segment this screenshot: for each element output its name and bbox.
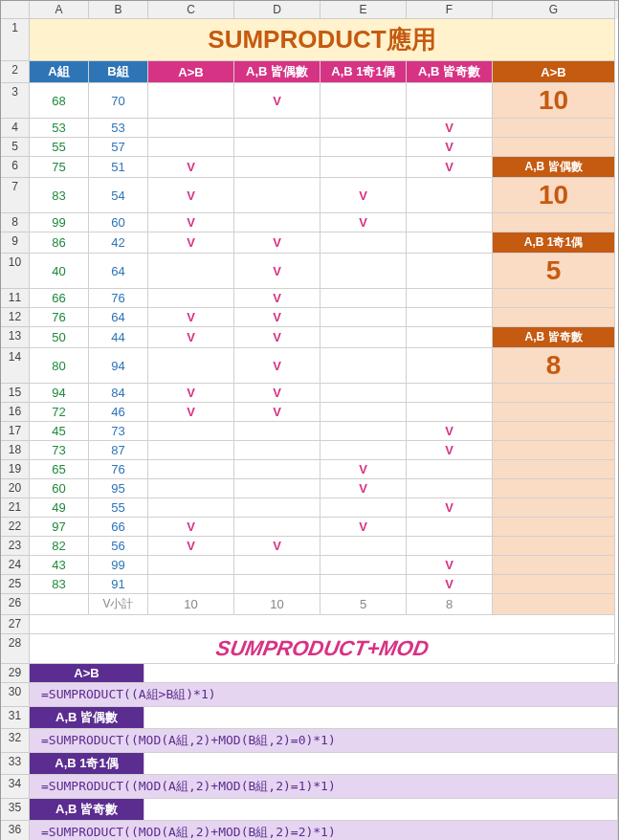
hdr-a[interactable]: A組 xyxy=(30,61,89,83)
cell-27[interactable] xyxy=(30,615,615,634)
rowlabel-11[interactable]: 11 xyxy=(1,289,30,308)
cell-G26[interactable] xyxy=(493,594,615,615)
subtotal-d[interactable]: 10 xyxy=(234,594,321,615)
cell-E14[interactable] xyxy=(321,348,407,384)
col-E[interactable]: E xyxy=(321,1,407,19)
cell-A25[interactable]: 83 xyxy=(30,575,89,594)
rowlabel-26[interactable]: 26 xyxy=(1,594,30,615)
cell-B9[interactable]: 42 xyxy=(89,232,148,254)
cell-A17[interactable]: 45 xyxy=(30,422,89,441)
cell-B5[interactable]: 57 xyxy=(89,138,148,157)
cell-B25[interactable]: 91 xyxy=(89,575,148,594)
cell-F17[interactable]: V xyxy=(407,422,493,441)
cell-E12[interactable] xyxy=(321,308,407,327)
hdr-g[interactable]: A>B xyxy=(493,61,615,83)
cell-G15[interactable] xyxy=(493,384,615,403)
cell-G22[interactable] xyxy=(493,518,615,537)
cell-E17[interactable] xyxy=(321,422,407,441)
cell-E13[interactable] xyxy=(321,327,407,348)
subtotal-label[interactable]: V小計 xyxy=(89,594,148,615)
cell-D20[interactable] xyxy=(234,479,321,498)
rowlabel-27[interactable]: 27 xyxy=(1,615,30,634)
rowlabel-32[interactable]: 32 xyxy=(1,729,30,753)
cell-D19[interactable] xyxy=(234,460,321,479)
cell-A6[interactable]: 75 xyxy=(30,157,89,178)
cell-E4[interactable] xyxy=(321,119,407,138)
cell-B20[interactable]: 95 xyxy=(89,479,148,498)
cell-F15[interactable] xyxy=(407,384,493,403)
cell-E23[interactable] xyxy=(321,537,407,556)
rowlabel-31[interactable]: 31 xyxy=(1,707,30,729)
cell-G19[interactable] xyxy=(493,460,615,479)
cell-B21[interactable]: 55 xyxy=(89,498,148,518)
rowlabel-17[interactable]: 17 xyxy=(1,422,30,441)
cell-C25[interactable] xyxy=(148,575,234,594)
formula-label-1[interactable]: A>B xyxy=(30,664,144,683)
cell-F3[interactable] xyxy=(407,83,493,119)
cell-C10[interactable] xyxy=(148,254,234,289)
cell-G20[interactable] xyxy=(493,479,615,498)
cell-B17[interactable]: 73 xyxy=(89,422,148,441)
cell-D8[interactable] xyxy=(234,213,321,232)
rowlabel-22[interactable]: 22 xyxy=(1,518,30,537)
rowlabel-23[interactable]: 23 xyxy=(1,537,30,556)
corner[interactable] xyxy=(1,1,30,19)
cell-E24[interactable] xyxy=(321,556,407,575)
formula-label-4[interactable]: A,B 皆奇數 xyxy=(30,799,144,821)
rowlabel-24[interactable]: 24 xyxy=(1,556,30,575)
cell-E19[interactable]: V xyxy=(321,460,407,479)
cell-G4[interactable] xyxy=(493,119,615,138)
cell-G17[interactable] xyxy=(493,422,615,441)
cell-G23[interactable] xyxy=(493,537,615,556)
cell-C21[interactable] xyxy=(148,498,234,518)
cell-E21[interactable] xyxy=(321,498,407,518)
cell-rest-31[interactable] xyxy=(144,707,618,729)
cell-A20[interactable]: 60 xyxy=(30,479,89,498)
cell-F13[interactable] xyxy=(407,327,493,348)
cell-E25[interactable] xyxy=(321,575,407,594)
cell-rest-33[interactable] xyxy=(144,753,618,775)
col-F[interactable]: F xyxy=(407,1,493,19)
side-label[interactable]: A,B 皆奇數 xyxy=(493,327,615,348)
hdr-b[interactable]: B組 xyxy=(89,61,148,83)
cell-F20[interactable] xyxy=(407,479,493,498)
cell-C13[interactable]: V xyxy=(148,327,234,348)
cell-G12[interactable] xyxy=(493,308,615,327)
cell-C24[interactable] xyxy=(148,556,234,575)
rowlabel-16[interactable]: 16 xyxy=(1,403,30,422)
formula-2[interactable]: =SUMPRODUCT((MOD(A組,2)+MOD(B組,2)=0)*1) xyxy=(30,729,618,753)
cell-D15[interactable]: V xyxy=(234,384,321,403)
formula-label-3[interactable]: A,B 1奇1偶 xyxy=(30,753,144,775)
cell-B6[interactable]: 51 xyxy=(89,157,148,178)
cell-F16[interactable] xyxy=(407,403,493,422)
cell-E5[interactable] xyxy=(321,138,407,157)
col-G[interactable]: G xyxy=(493,1,615,19)
cell-D24[interactable] xyxy=(234,556,321,575)
cell-F19[interactable] xyxy=(407,460,493,479)
title[interactable]: SUMPRODUCT應用 xyxy=(30,19,615,61)
cell-A15[interactable]: 94 xyxy=(30,384,89,403)
subtotal-e[interactable]: 5 xyxy=(321,594,407,615)
rowlabel-19[interactable]: 19 xyxy=(1,460,30,479)
cell-A26[interactable] xyxy=(30,594,89,615)
cell-C16[interactable]: V xyxy=(148,403,234,422)
rowlabel-25[interactable]: 25 xyxy=(1,575,30,594)
cell-D4[interactable] xyxy=(234,119,321,138)
side-label[interactable]: A,B 皆偶數 xyxy=(493,157,615,178)
cell-D7[interactable] xyxy=(234,178,321,213)
cell-B19[interactable]: 76 xyxy=(89,460,148,479)
cell-C22[interactable]: V xyxy=(148,518,234,537)
rowlabel-8[interactable]: 8 xyxy=(1,213,30,232)
cell-rest-29[interactable] xyxy=(144,664,618,683)
cell-E7[interactable]: V xyxy=(321,178,407,213)
cell-F14[interactable] xyxy=(407,348,493,384)
cell-B12[interactable]: 64 xyxy=(89,308,148,327)
rowlabel-21[interactable]: 21 xyxy=(1,498,30,518)
rowlabel-3[interactable]: 3 xyxy=(1,83,30,119)
rowlabel-5[interactable]: 5 xyxy=(1,138,30,157)
cell-C14[interactable] xyxy=(148,348,234,384)
cell-rest-35[interactable] xyxy=(144,799,618,821)
cell-C20[interactable] xyxy=(148,479,234,498)
cell-G25[interactable] xyxy=(493,575,615,594)
cell-A9[interactable]: 86 xyxy=(30,232,89,254)
